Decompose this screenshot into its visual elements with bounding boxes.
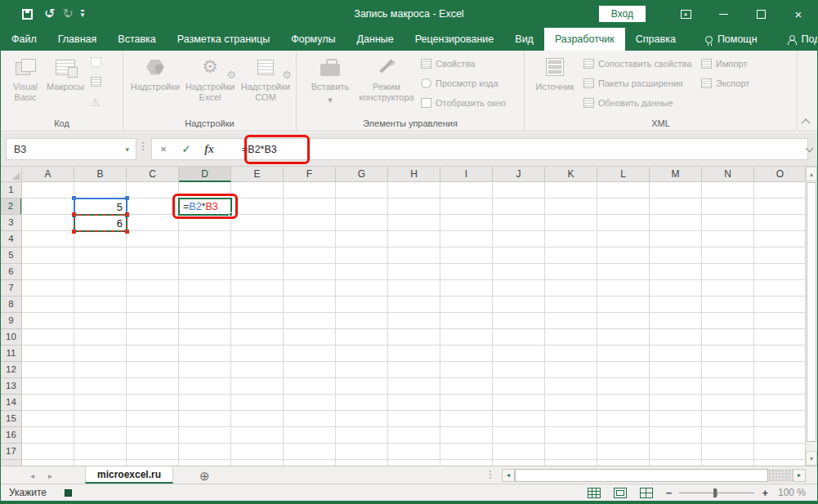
row-header-11[interactable]: 11 <box>1 346 22 362</box>
tab-Справка[interactable]: Справка <box>625 28 686 51</box>
customize-qat-icon[interactable]: ▾ <box>81 10 85 18</box>
column-header-O[interactable]: O <box>754 167 807 182</box>
row-header-2[interactable]: 2 <box>1 198 22 215</box>
horizontal-scrollbar-thumb[interactable] <box>515 469 768 482</box>
cell-d2-active[interactable]: =B2*B3 <box>178 198 232 216</box>
sign-in-button[interactable]: Вход <box>599 6 646 22</box>
tab-Разработчик[interactable]: Разработчик <box>544 28 625 51</box>
cell-b3-reference-outline[interactable]: 6 <box>74 214 127 232</box>
scroll-down-icon[interactable]: ▾ <box>806 451 817 466</box>
fill-handle[interactable] <box>229 212 233 216</box>
cancel-entry-icon[interactable]: × <box>152 143 175 155</box>
row-header-1[interactable]: 1 <box>1 182 22 198</box>
show-window-button[interactable]: Отобразить окно <box>421 98 506 108</box>
row-header-14[interactable]: 14 <box>1 395 22 411</box>
name-box-dropdown-icon[interactable]: ▾ <box>125 145 129 154</box>
macro-security-button[interactable]: ⚠ <box>91 96 101 109</box>
column-header-E[interactable]: E <box>231 167 284 182</box>
collapse-ribbon-icon[interactable] <box>802 118 809 124</box>
column-header-H[interactable]: H <box>388 167 440 182</box>
page-layout-view-icon[interactable] <box>614 488 627 498</box>
addins-button[interactable]: Надстройки <box>128 55 182 92</box>
select-all-corner[interactable] <box>1 167 22 182</box>
row-header-10[interactable]: 10 <box>1 329 22 346</box>
row-header-9[interactable]: 9 <box>1 313 22 329</box>
confirm-entry-icon[interactable]: ✓ <box>175 143 198 155</box>
cells-area[interactable]: 5 6 =B2*B3 <box>22 182 807 466</box>
row-header-6[interactable]: 6 <box>1 264 22 280</box>
export-button[interactable]: Экспорт <box>701 78 749 88</box>
tab-Рецензирование[interactable]: Рецензирование <box>405 28 505 51</box>
column-header-L[interactable]: L <box>597 167 650 182</box>
column-header-K[interactable]: K <box>545 167 597 182</box>
row-header-8[interactable]: 8 <box>1 297 22 313</box>
com-addins-button[interactable]: ⚙ Надстройки COM <box>238 55 293 103</box>
row-header-5[interactable]: 5 <box>1 248 22 264</box>
column-header-G[interactable]: G <box>336 167 388 182</box>
insert-control-button[interactable]: Вставить ▾ <box>306 55 354 105</box>
row-header-15[interactable]: 15 <box>1 411 22 427</box>
design-mode-button[interactable]: Режим конструктора <box>355 55 418 103</box>
minimize-button[interactable] <box>704 0 742 28</box>
tab-Разметка страницы[interactable]: Разметка страницы <box>167 28 280 51</box>
macros-button[interactable]: Макросы <box>45 55 86 92</box>
name-box[interactable]: B3 ▾ <box>6 138 136 160</box>
column-header-B[interactable]: B <box>74 167 127 182</box>
tab-Вставка[interactable]: Вставка <box>107 28 166 51</box>
column-header-I[interactable]: I <box>440 167 493 182</box>
row-header-4[interactable]: 4 <box>1 231 22 248</box>
insert-function-icon[interactable]: fx <box>198 143 221 156</box>
formula-bar-resize-handle[interactable] <box>141 142 145 150</box>
zoom-in-icon[interactable]: + <box>762 487 768 499</box>
undo-button[interactable]: ↺▾ <box>44 7 51 20</box>
zoom-slider-thumb[interactable] <box>713 488 717 497</box>
tab-scrollbar-splitter[interactable] <box>489 471 492 479</box>
row-header-17[interactable]: 17 <box>1 444 22 460</box>
page-break-view-icon[interactable] <box>640 488 653 498</box>
row-header-7[interactable]: 7 <box>1 280 22 297</box>
horizontal-scrollbar[interactable]: ◂ ▸ <box>502 469 806 482</box>
cell-b2-reference-outline[interactable]: 5 <box>74 198 127 216</box>
row-header-12[interactable]: 12 <box>1 362 22 378</box>
scroll-up-icon[interactable]: ▴ <box>806 167 817 181</box>
normal-view-icon[interactable] <box>588 488 601 498</box>
close-button[interactable]: × <box>780 0 817 28</box>
row-header-13[interactable]: 13 <box>1 378 22 395</box>
next-sheet-icon[interactable]: ▸ <box>48 466 52 484</box>
scroll-left-icon[interactable]: ◂ <box>502 469 515 482</box>
column-header-C[interactable]: C <box>127 167 179 182</box>
save-icon[interactable] <box>22 9 33 20</box>
expansion-packs-button[interactable]: Пакеты расширения <box>583 78 683 88</box>
column-header-N[interactable]: N <box>702 167 754 182</box>
column-header-D[interactable]: D <box>179 167 231 182</box>
properties-button[interactable]: Свойства <box>421 59 475 69</box>
expand-formula-bar-icon[interactable] <box>807 145 813 152</box>
import-button[interactable]: Импорт <box>701 59 747 69</box>
stop-macro-recording-icon[interactable] <box>65 489 72 497</box>
tab-Формулы[interactable]: Формулы <box>280 28 346 51</box>
scroll-right-icon[interactable]: ▸ <box>793 469 806 482</box>
zoom-slider[interactable] <box>679 493 754 493</box>
previous-sheet-icon[interactable]: ◂ <box>30 466 34 484</box>
vertical-scrollbar-thumb[interactable] <box>807 182 816 442</box>
map-properties-button[interactable]: Сопоставить свойства <box>583 59 691 69</box>
ribbon-display-options-button[interactable]: ▴ <box>667 0 704 28</box>
tab-Главная[interactable]: Главная <box>47 28 108 51</box>
relative-references-button[interactable] <box>91 77 101 87</box>
zoom-out-icon[interactable]: − <box>666 487 673 499</box>
maximize-button[interactable] <box>742 0 780 28</box>
tab-Вид[interactable]: Вид <box>504 28 544 51</box>
undo-dropdown-icon[interactable]: ▾ <box>47 12 51 20</box>
tab-Помощн[interactable]: Помощн <box>695 28 768 51</box>
row-header-3[interactable]: 3 <box>1 215 22 231</box>
vertical-scrollbar[interactable]: ▴ ▾ <box>805 167 817 466</box>
redo-button[interactable]: ↻▾ <box>62 7 69 20</box>
view-code-button[interactable]: Просмотр кода <box>421 78 498 88</box>
record-macro-button[interactable] <box>91 57 101 67</box>
source-button[interactable]: Источник <box>531 55 579 92</box>
new-sheet-icon[interactable]: ⊕ <box>199 469 210 484</box>
horizontal-scrollbar-track[interactable] <box>768 469 793 482</box>
column-header-A[interactable]: A <box>22 167 74 182</box>
column-header-M[interactable]: M <box>650 167 702 182</box>
column-header-F[interactable]: F <box>284 167 336 182</box>
